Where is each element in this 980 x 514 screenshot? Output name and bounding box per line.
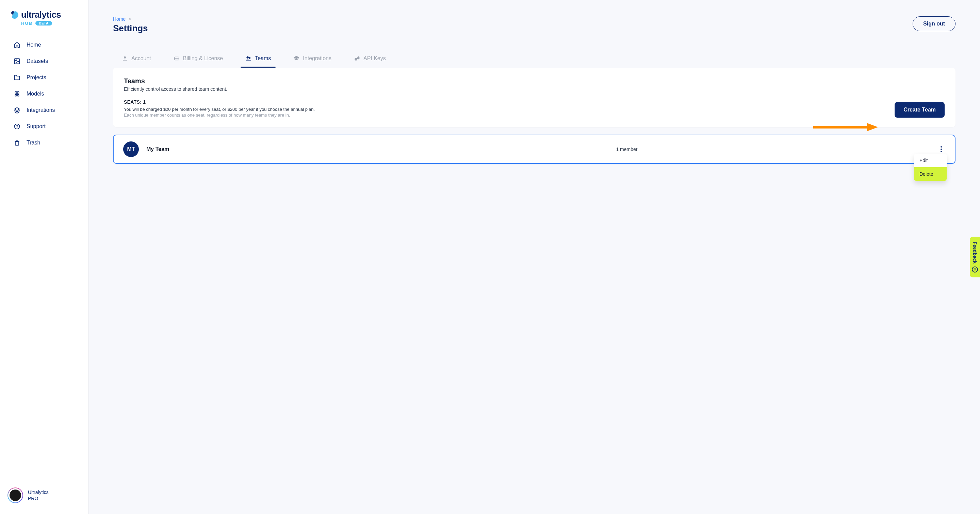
brand-name: ultralytics [21, 10, 61, 20]
tab-label: API Keys [363, 56, 386, 62]
seats-info-primary: You will be charged $20 per month for ev… [124, 107, 315, 112]
sidebar: ultralytics HUB BETA Home Datasets Proje… [0, 0, 89, 514]
card-subtitle: Efficiently control access to shared tea… [124, 86, 945, 92]
folder-icon [14, 74, 21, 81]
brand-subline: HUB BETA [21, 21, 77, 26]
brand-logo[interactable]: ultralytics [11, 10, 77, 20]
command-icon [14, 90, 21, 97]
tab-api-keys[interactable]: API Keys [353, 53, 387, 68]
page-title: Settings [113, 23, 148, 34]
user-avatar [8, 487, 23, 503]
tab-label: Teams [255, 56, 271, 62]
home-icon [14, 41, 21, 48]
image-icon [14, 58, 21, 65]
main-content: Home > Settings Sign out Account Billing… [89, 0, 980, 514]
card-title: Teams [124, 77, 945, 85]
sidebar-item-support[interactable]: Support [5, 118, 83, 135]
svg-point-10 [355, 58, 357, 60]
team-avatar: MT [123, 141, 139, 157]
layers-icon [293, 56, 299, 62]
svg-point-2 [16, 60, 17, 61]
team-menu-button[interactable] [937, 145, 945, 153]
layers-icon [14, 107, 21, 114]
tab-billing[interactable]: Billing & License [172, 53, 224, 68]
settings-tabs: Account Billing & License Teams Integrat… [121, 53, 956, 68]
seats-label: SEATS: 1 [124, 99, 315, 105]
people-icon [245, 56, 251, 62]
sidebar-item-label: Support [27, 124, 46, 130]
logo-mark-icon [11, 11, 18, 19]
dot-icon [940, 146, 942, 148]
person-icon [122, 56, 128, 62]
team-row[interactable]: MT My Team 1 member Edit Delete [113, 135, 956, 164]
sidebar-item-integrations[interactable]: Integrations [5, 102, 83, 118]
sidebar-item-label: Integrations [27, 107, 55, 113]
sidebar-item-projects[interactable]: Projects [5, 69, 83, 86]
tab-label: Account [131, 56, 151, 62]
tab-account[interactable]: Account [121, 53, 153, 68]
key-icon [354, 56, 360, 62]
tab-label: Integrations [303, 56, 331, 62]
create-team-button[interactable]: Create Team [894, 102, 945, 117]
sidebar-item-label: Trash [27, 140, 40, 146]
sidebar-nav: Home Datasets Projects Models Integratio… [0, 34, 88, 482]
beta-badge: BETA [35, 21, 52, 25]
dot-icon [940, 151, 942, 152]
team-dropdown: Edit Delete [914, 154, 947, 181]
svg-point-4 [17, 128, 18, 128]
card-icon [173, 56, 180, 62]
sidebar-item-label: Models [27, 91, 44, 97]
breadcrumb[interactable]: Home > [113, 16, 148, 22]
sidebar-item-datasets[interactable]: Datasets [5, 53, 83, 69]
tab-teams[interactable]: Teams [244, 53, 272, 68]
tab-label: Billing & License [183, 56, 223, 62]
feedback-label: Feedback [972, 242, 978, 264]
svg-point-9 [249, 57, 251, 59]
user-line1: Ultralytics [28, 489, 49, 495]
trash-icon [14, 140, 21, 146]
seats-info-secondary: Each unique member counts as one seat, r… [124, 113, 315, 117]
svg-point-5 [124, 56, 126, 59]
sidebar-item-label: Projects [27, 75, 46, 81]
sidebar-item-label: Datasets [27, 58, 48, 64]
sidebar-item-trash[interactable]: Trash [5, 135, 83, 151]
sidebar-footer[interactable]: Ultralytics PRO [0, 482, 88, 509]
svg-point-8 [247, 56, 249, 59]
sidebar-item-models[interactable]: Models [5, 86, 83, 102]
sidebar-item-label: Home [27, 42, 41, 48]
sidebar-item-home[interactable]: Home [5, 37, 83, 53]
team-member-count: 1 member [616, 146, 637, 152]
logo-block: ultralytics HUB BETA [0, 10, 88, 34]
sign-out-button[interactable]: Sign out [913, 16, 956, 31]
tab-integrations[interactable]: Integrations [292, 53, 333, 68]
feedback-tab[interactable]: Feedback [970, 237, 980, 278]
team-name: My Team [146, 146, 169, 152]
dot-icon [940, 149, 942, 150]
page-header: Home > Settings Sign out [113, 16, 956, 34]
chevron-right-icon: > [128, 16, 131, 22]
dropdown-edit[interactable]: Edit [914, 154, 947, 167]
smile-icon [972, 266, 978, 272]
teams-card: Teams Efficiently control access to shar… [113, 68, 956, 127]
help-icon [14, 123, 21, 130]
svg-rect-7 [174, 58, 179, 59]
user-line2: PRO [28, 495, 49, 501]
breadcrumb-root[interactable]: Home [113, 16, 126, 22]
brand-hub: HUB [21, 21, 33, 26]
user-info: Ultralytics PRO [28, 489, 49, 501]
svg-rect-1 [14, 59, 20, 64]
dropdown-delete[interactable]: Delete [914, 167, 947, 181]
